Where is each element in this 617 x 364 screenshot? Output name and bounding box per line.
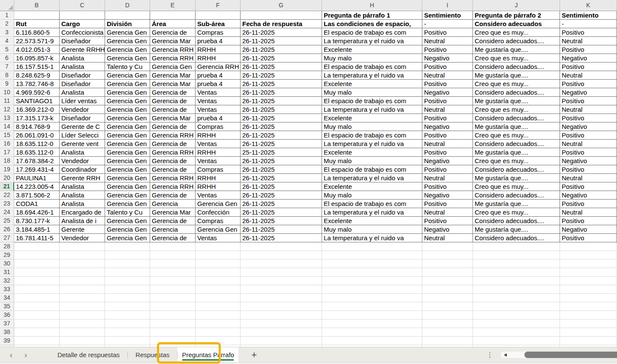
cell-B35[interactable] <box>14 302 60 311</box>
cell-K25[interactable]: Positivo <box>560 217 617 225</box>
cell-J34[interactable] <box>473 294 560 302</box>
cell-G3[interactable]: 26-11-2025 <box>241 28 322 37</box>
cell-J36[interactable] <box>473 311 560 319</box>
cell-D31[interactable] <box>105 268 150 277</box>
cell-B30[interactable] <box>14 260 60 268</box>
cell-J19[interactable]: Considero adecuados.... <box>473 165 560 174</box>
cell-K31[interactable] <box>560 268 617 277</box>
cell-E19[interactable]: Gerencia de <box>150 165 196 174</box>
cell-C13[interactable]: Diseñador <box>60 114 105 122</box>
cell-E6[interactable]: Gerencia RRH <box>150 54 196 63</box>
cell-J32[interactable] <box>473 277 560 285</box>
cell-F4[interactable]: prueba 4 <box>196 37 241 45</box>
cell-J38[interactable] <box>473 328 560 337</box>
cell-C25[interactable]: Analista de i <box>60 217 105 225</box>
cell-C12[interactable]: Vendedor <box>60 105 105 114</box>
cell-H26[interactable]: Muy malo <box>322 225 422 234</box>
cell-K14[interactable]: Negativo <box>560 122 617 131</box>
cell-E1[interactable] <box>150 11 196 20</box>
cell-E20[interactable]: Gerencia RRH <box>150 174 196 182</box>
cell-F16[interactable]: Ventas <box>196 140 241 148</box>
cell-I7[interactable]: Positivo <box>422 63 473 71</box>
cell-B23[interactable]: CODA1 <box>14 200 60 208</box>
cell-J5[interactable]: Me gustaría que.... <box>473 45 560 54</box>
cell-D37[interactable] <box>105 319 150 328</box>
cell-J10[interactable]: Considero adecuados.... <box>473 88 560 97</box>
cell-K30[interactable] <box>560 260 617 268</box>
cell-K11[interactable]: Positivo <box>560 97 617 105</box>
cell-H25[interactable]: Excelente <box>322 217 422 225</box>
cell-F22[interactable]: Ventas <box>196 191 241 200</box>
col-header-C[interactable]: C <box>60 0 105 11</box>
cell-J30[interactable] <box>473 260 560 268</box>
cell-K10[interactable]: Negativo <box>560 88 617 97</box>
cell-D20[interactable]: Gerencia Gen <box>105 174 150 182</box>
col-header-F[interactable]: F <box>196 0 241 11</box>
cell-G31[interactable] <box>241 268 322 277</box>
cell-D7[interactable]: Talento y Cu <box>105 63 150 71</box>
cell-D24[interactable]: Talento y Cu <box>105 208 150 217</box>
cell-J37[interactable] <box>473 319 560 328</box>
cell-K8[interactable]: Neutral <box>560 71 617 80</box>
cell-F2[interactable]: Sub-área <box>196 20 241 28</box>
row-header-24[interactable]: 24 <box>0 208 14 217</box>
cell-D12[interactable]: Gerencia Gen <box>105 105 150 114</box>
cell-B33[interactable] <box>14 285 60 294</box>
cell-E34[interactable] <box>150 294 196 302</box>
row-header-31[interactable]: 31 <box>0 268 14 277</box>
cell-H10[interactable]: Muy malo <box>322 88 422 97</box>
more-options-icon[interactable]: ⋮ <box>487 352 493 358</box>
cell-H37[interactable] <box>322 319 422 328</box>
cell-J27[interactable]: Considero adecuados.... <box>473 234 560 242</box>
cell-K4[interactable]: Neutral <box>560 37 617 45</box>
cell-E9[interactable]: Gerencia Mar <box>150 80 196 88</box>
cell-J15[interactable]: Creo que es muy... <box>473 131 560 140</box>
cell-C21[interactable]: Analista <box>60 182 105 191</box>
cell-J11[interactable]: Me gustaría que.... <box>473 97 560 105</box>
cell-E13[interactable]: Gerencia Mar <box>150 114 196 122</box>
add-sheet-button[interactable]: + <box>251 348 257 362</box>
tab-preguntas-parrafo[interactable]: Preguntas Párrafo <box>178 347 238 363</box>
cell-H29[interactable] <box>322 251 422 260</box>
cell-E29[interactable] <box>150 251 196 260</box>
cell-F11[interactable]: Ventas <box>196 97 241 105</box>
cell-G19[interactable]: 26-11-2025 <box>241 165 322 174</box>
cell-E25[interactable]: Gerencia de <box>150 217 196 225</box>
cell-B18[interactable]: 17.678.384-2 <box>14 157 60 165</box>
cell-H12[interactable]: La temperatura y el ruido va <box>322 105 422 114</box>
cell-B9[interactable]: 13.782.746-8 <box>14 80 60 88</box>
cell-K18[interactable]: Negativo <box>560 157 617 165</box>
row-header-20[interactable]: 20 <box>0 174 14 182</box>
cell-F26[interactable]: Gerencia Gen <box>196 225 241 234</box>
cell-G5[interactable]: 26-11-2025 <box>241 45 322 54</box>
cell-E35[interactable] <box>150 302 196 311</box>
cell-F35[interactable] <box>196 302 241 311</box>
cell-E10[interactable]: Gerencia de <box>150 88 196 97</box>
cell-E30[interactable] <box>150 260 196 268</box>
cell-E3[interactable]: Gerencia de <box>150 28 196 37</box>
cell-B38[interactable] <box>14 328 60 337</box>
cell-C8[interactable]: Diseñador <box>60 71 105 80</box>
row-header-32[interactable]: 32 <box>0 277 14 285</box>
cell-B39[interactable] <box>14 337 60 345</box>
cell-D16[interactable]: Gerencia Gen <box>105 140 150 148</box>
cell-B16[interactable]: 18.635.112-0 <box>14 140 60 148</box>
cell-C33[interactable] <box>60 285 105 294</box>
cell-I1[interactable]: Sentimiento <box>422 11 473 20</box>
cell-K16[interactable]: Neutral <box>560 140 617 148</box>
cell-D1[interactable] <box>105 11 150 20</box>
cell-H1[interactable]: Pregunta de párrafo 1 <box>322 11 422 20</box>
cell-B21[interactable]: 14.223.005-4 <box>14 182 60 191</box>
cell-C28[interactable] <box>60 242 105 251</box>
cell-I24[interactable]: Neutral <box>422 208 473 217</box>
cell-I20[interactable]: Neutral <box>422 174 473 182</box>
cell-H34[interactable] <box>322 294 422 302</box>
cell-D11[interactable]: Gerencia Gen <box>105 97 150 105</box>
cell-B2[interactable]: Rut <box>14 20 60 28</box>
cell-E28[interactable] <box>150 242 196 251</box>
cell-H20[interactable]: La temperatura y el ruido va <box>322 174 422 182</box>
row-header-2[interactable]: 2 <box>0 20 14 28</box>
cell-E16[interactable]: Gerencia de <box>150 140 196 148</box>
cell-I30[interactable] <box>422 260 473 268</box>
cell-C31[interactable] <box>60 268 105 277</box>
